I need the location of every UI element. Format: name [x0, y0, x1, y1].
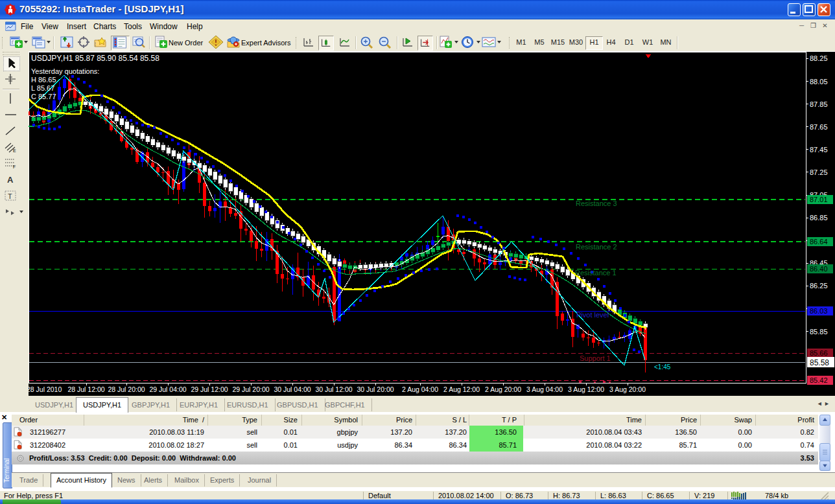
svg-text:86.03: 86.03 — [810, 307, 828, 315]
svg-text:86.25: 86.25 — [810, 282, 828, 290]
svg-text:C 85.77: C 85.77 — [31, 93, 56, 100]
svg-text:30 Jul 12:00: 30 Jul 12:00 — [315, 385, 352, 393]
svg-text:86.85: 86.85 — [810, 214, 828, 222]
svg-text:E: E — [13, 148, 16, 153]
svg-text:Resistance 2: Resistance 2 — [576, 243, 617, 251]
svg-text:86.40: 86.40 — [810, 265, 828, 273]
svg-text:86.64: 86.64 — [810, 238, 828, 246]
svg-text:29 Jul 20:00: 29 Jul 20:00 — [232, 385, 269, 393]
svg-text:2 Aug 20:00: 2 Aug 20:00 — [485, 385, 521, 393]
svg-text:87.25: 87.25 — [810, 168, 828, 176]
svg-text:T: T — [8, 192, 12, 200]
svg-text:Pivot level: Pivot level — [576, 311, 609, 319]
svg-text:F: F — [13, 165, 16, 169]
svg-text:87.85: 87.85 — [810, 100, 828, 108]
svg-text:88.25: 88.25 — [810, 54, 828, 62]
svg-text:87.45: 87.45 — [810, 146, 828, 154]
svg-text:87.65: 87.65 — [810, 123, 828, 131]
svg-text:Resistance 3: Resistance 3 — [576, 200, 617, 207]
svg-text:28 Jul 2010: 28 Jul 2010 — [29, 385, 62, 393]
svg-text:28 Jul 20:00: 28 Jul 20:00 — [108, 385, 145, 393]
svg-text:85.66: 85.66 — [810, 349, 828, 357]
svg-text:L 85.67: L 85.67 — [31, 84, 54, 92]
svg-text:2 Aug 04:00: 2 Aug 04:00 — [402, 385, 438, 393]
svg-text:29 Jul 12:00: 29 Jul 12:00 — [191, 385, 228, 393]
svg-text:29 Jul 04:00: 29 Jul 04:00 — [149, 385, 186, 393]
svg-text:3 Aug 12:00: 3 Aug 12:00 — [568, 385, 604, 393]
svg-text:Yesterday quotations:: Yesterday quotations: — [31, 67, 99, 75]
svg-text:3 Aug 20:00: 3 Aug 20:00 — [609, 385, 646, 393]
svg-text:85.58: 85.58 — [810, 358, 829, 367]
svg-text:Support 1: Support 1 — [580, 354, 611, 362]
svg-text:3 Aug 04:00: 3 Aug 04:00 — [526, 385, 563, 393]
svg-text:88.05: 88.05 — [810, 78, 828, 86]
svg-text:<1:45: <1:45 — [654, 363, 671, 371]
svg-text:30 Jul 04:00: 30 Jul 04:00 — [274, 385, 311, 393]
svg-text:85.42: 85.42 — [810, 376, 828, 384]
svg-text:USDJPY,H1 85.87 85.90 85.54 8: USDJPY,H1 85.87 85.90 85.54 85.58 — [31, 54, 159, 63]
svg-text:Resistance 1: Resistance 1 — [575, 269, 617, 277]
svg-text:87.01: 87.01 — [810, 196, 828, 203]
svg-text:28 Jul 12:00: 28 Jul 12:00 — [67, 385, 104, 393]
svg-text:85.85: 85.85 — [810, 328, 828, 336]
svg-text:30 Jul 20:00: 30 Jul 20:00 — [357, 385, 394, 393]
svg-text:2 Aug 12:00: 2 Aug 12:00 — [443, 385, 480, 393]
svg-text:A: A — [7, 175, 14, 185]
svg-text:H 86.65: H 86.65 — [31, 76, 56, 84]
